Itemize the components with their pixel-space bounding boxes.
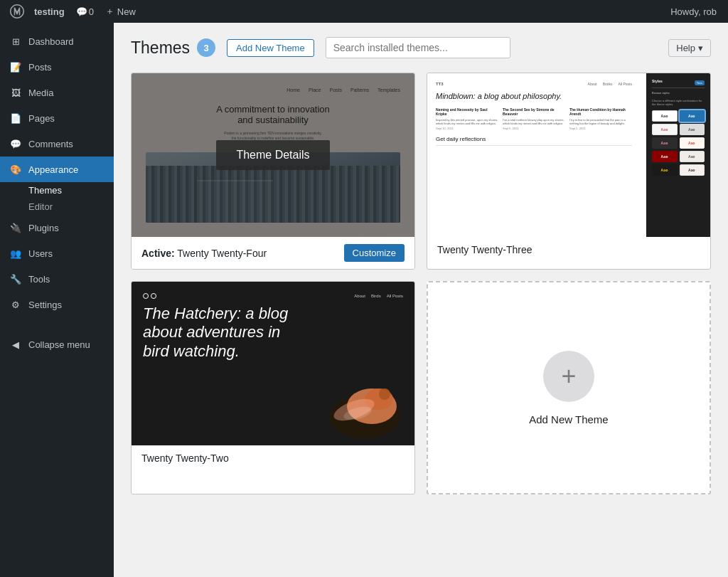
tt3-cta: Get daily reflections <box>436 136 632 146</box>
top-bar: testing 💬 0 ＋ New Howdy, rob <box>0 0 728 23</box>
page-title: Themes <box>131 38 190 58</box>
comments-link[interactable]: 💬 0 <box>70 6 100 17</box>
sidebar-item-dashboard[interactable]: ⊞ Dashboard <box>0 28 114 54</box>
theme-preview-tt2: About Birds All Posts The Hatchery: a bl… <box>132 282 414 445</box>
tt3-posts: Naming and Necessity by Saul Kripke Insp… <box>436 107 632 130</box>
help-chevron-icon: ▾ <box>698 43 703 53</box>
help-label: Help <box>676 43 695 53</box>
page-header: Themes 3 Add New Theme Help ▾ <box>131 37 711 58</box>
theme-card-tt4[interactable]: Home Place Posts Patterns Templates A co… <box>131 73 415 270</box>
sidebar-item-tools[interactable]: 🔧 Tools <box>0 266 114 292</box>
howdy-text[interactable]: Howdy, rob <box>665 6 722 17</box>
sidebar-label-media: Media <box>28 88 53 98</box>
theme-preview-tt3: TT3 About Books All Posts Mindblown: a b… <box>427 73 710 237</box>
tt2-logo-circles <box>143 293 156 299</box>
sidebar-label-plugins: Plugins <box>28 223 59 233</box>
site-name[interactable]: testing <box>28 0 70 23</box>
sidebar-item-comments[interactable]: 💬 Comments <box>0 131 114 157</box>
theme-name-tt2: Twenty Twenty-Two <box>141 452 229 464</box>
theme-footer-tt3: Twenty Twenty-Three <box>427 237 710 263</box>
tt3-header: TT3 About Books All Posts <box>436 82 632 86</box>
add-theme-card[interactable]: + Add New Theme <box>427 281 711 494</box>
tt3-post-1: Naming and Necessity by Saul Kripke Insp… <box>436 107 498 130</box>
tt3-swatch-4: Aa⚙ <box>680 124 705 135</box>
search-input[interactable] <box>326 37 510 58</box>
tt2-circle-2 <box>151 293 156 299</box>
theme-details-button[interactable]: Theme Details <box>216 140 329 170</box>
tt2-nav: About Birds All Posts <box>354 294 403 298</box>
add-theme-plus-icon: + <box>543 351 594 402</box>
posts-icon: 📝 <box>9 60 23 74</box>
sidebar-label-dashboard: Dashboard <box>28 36 74 47</box>
theme-name-tt4: Active: Twenty Twenty-Four <box>141 248 267 259</box>
comment-icon: 💬 <box>76 6 87 17</box>
new-content-link[interactable]: ＋ New <box>100 0 141 23</box>
appearance-icon: 🎨 <box>9 162 23 176</box>
sidebar-label-tools: Tools <box>28 274 50 285</box>
sidebar-item-appearance[interactable]: 🎨 Appearance <box>0 157 114 182</box>
tt3-swatch-5: Aa⚙ <box>652 137 678 149</box>
settings-icon: ⚙ <box>9 297 23 312</box>
sidebar-item-media[interactable]: 🖼 Media <box>0 80 114 105</box>
help-button[interactable]: Help ▾ <box>668 39 711 57</box>
theme-preview-tt4: Home Place Posts Patterns Templates A co… <box>132 73 414 237</box>
theme-name-tt3: Twenty Twenty-Three <box>437 244 532 255</box>
add-theme-label: Add New Theme <box>529 413 608 425</box>
wp-logo[interactable] <box>6 0 28 23</box>
tt3-featured: Mindblown: a blog about philosophy. <box>436 92 632 100</box>
sidebar-item-settings[interactable]: ⚙ Settings <box>0 292 114 317</box>
customize-button[interactable]: Customize <box>344 244 405 262</box>
dashboard-icon: ⊞ <box>9 34 23 48</box>
tt3-swatch-7: Aa⚙ <box>652 151 678 162</box>
collapse-icon: ◀ <box>9 337 23 351</box>
themes-grid: Home Place Posts Patterns Templates A co… <box>131 73 711 494</box>
tt3-swatch-8: Aa⚙ <box>680 151 705 162</box>
sidebar-sub-editor[interactable]: Editor <box>0 198 114 215</box>
comment-count: 0 <box>89 6 94 17</box>
media-icon: 🖼 <box>9 85 23 100</box>
active-label: Active: <box>141 248 175 259</box>
tt2-bird-illustration <box>301 339 414 445</box>
sidebar: ⊞ Dashboard 📝 Posts 🖼 Media 📄 Pages 💬 Co… <box>0 23 114 577</box>
sidebar-label-settings: Settings <box>28 300 62 310</box>
tt3-swatch-9: Aa⚙ <box>652 164 678 176</box>
sidebar-label-comments: Comments <box>28 139 73 149</box>
plus-icon: ＋ <box>105 5 114 18</box>
tools-icon: 🔧 <box>9 272 23 286</box>
collapse-label: Collapse menu <box>28 339 90 350</box>
users-icon: 👥 <box>9 246 23 260</box>
theme-card-tt3[interactable]: TT3 About Books All Posts Mindblown: a b… <box>427 73 711 270</box>
new-label: New <box>117 6 136 17</box>
tt2-logo-row: About Birds All Posts <box>143 293 403 299</box>
sidebar-item-posts[interactable]: 📝 Posts <box>0 54 114 80</box>
sidebar-item-users[interactable]: 👥 Users <box>0 240 114 266</box>
plugins-icon: 🔌 <box>9 221 23 235</box>
top-bar-right: Howdy, rob <box>665 6 722 17</box>
tt3-swatch-3: Aa⚙ <box>652 124 678 135</box>
sidebar-label-pages: Pages <box>28 113 55 124</box>
tt3-new-badge: New <box>695 80 705 85</box>
tt3-swatch-10: Aa⚙ <box>680 164 705 176</box>
tt3-swatch-1: Aa⚙ <box>652 110 678 122</box>
theme-footer-tt2: Twenty Twenty-Two <box>132 445 414 471</box>
tt3-swatch-6: Aa⚙ <box>680 137 705 149</box>
sidebar-item-plugins[interactable]: 🔌 Plugins <box>0 215 114 240</box>
sidebar-sub-themes[interactable]: Themes <box>0 182 114 198</box>
theme-count-badge: 3 <box>197 38 215 57</box>
sidebar-item-pages[interactable]: 📄 Pages <box>0 105 114 131</box>
tt3-swatch-2: Aa⚙ <box>680 110 705 122</box>
tt3-logo: TT3 <box>436 82 444 86</box>
sidebar-label-users: Users <box>28 248 53 259</box>
tt3-preview-content: TT3 About Books All Posts Mindblown: a b… <box>427 73 710 237</box>
theme-details-overlay: Theme Details <box>132 73 414 237</box>
tt3-post-3: The Human Condition by Hannah Arendt I t… <box>569 107 632 130</box>
tt2-circle-1 <box>143 293 149 299</box>
theme-card-tt2[interactable]: About Birds All Posts The Hatchery: a bl… <box>131 281 415 494</box>
sidebar-label-appearance: Appearance <box>28 164 78 175</box>
tt3-style-sidebar: Styles New Browse styles Choose a differ… <box>646 73 710 237</box>
content-area: Themes 3 Add New Theme Help ▾ Home Plac <box>114 23 728 577</box>
collapse-menu[interactable]: ◀ Collapse menu <box>0 332 114 357</box>
add-new-theme-button[interactable]: Add New Theme <box>227 39 314 57</box>
top-bar-left: testing 💬 0 ＋ New <box>6 0 141 23</box>
svg-point-3 <box>379 388 390 400</box>
